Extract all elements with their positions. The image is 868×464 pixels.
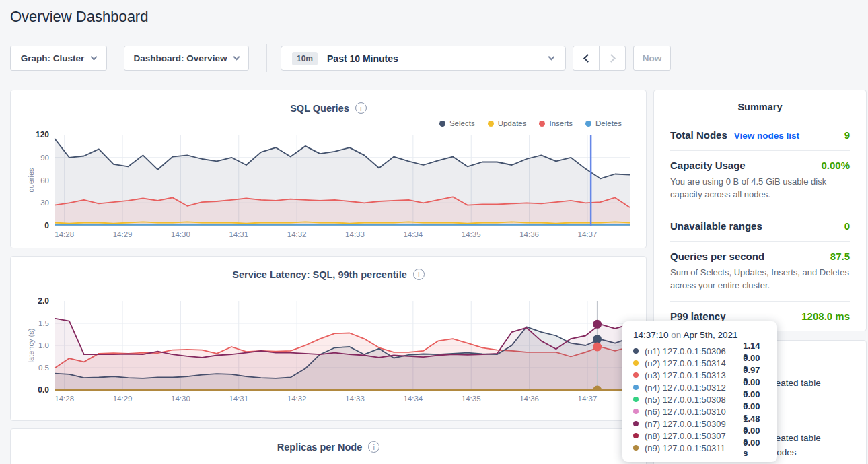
qps-desc: Sum of Selects, Updates, Inserts, and De… xyxy=(670,267,850,292)
view-nodes-list-link[interactable]: View nodes list xyxy=(734,131,799,141)
service-latency-chart[interactable]: 14:2814:2914:3014:3114:3214:3314:3414:35… xyxy=(27,292,639,409)
svg-text:14:28: 14:28 xyxy=(55,395,74,403)
service-latency-title: Service Latency: SQL, 99th percentile i xyxy=(11,257,646,280)
svg-text:14:35: 14:35 xyxy=(462,395,481,403)
now-button[interactable]: Now xyxy=(633,46,671,71)
dashboard-label: Dashboard: Overview xyxy=(134,53,227,63)
svg-text:14:32: 14:32 xyxy=(287,230,307,238)
graph-scope-dropdown[interactable]: Graph: Cluster xyxy=(10,46,107,71)
svg-text:latency (s): latency (s) xyxy=(27,329,35,363)
node-color-dot xyxy=(633,409,639,414)
node-color-dot xyxy=(633,372,639,378)
sql-queries-chart[interactable]: 14:2814:2914:3014:3114:3214:3314:3414:35… xyxy=(27,125,639,245)
svg-text:14:29: 14:29 xyxy=(113,395,133,403)
svg-text:90: 90 xyxy=(40,154,49,162)
node-color-dot xyxy=(633,397,639,402)
node-color-dot xyxy=(633,445,639,451)
capacity-usage-label: Capacity Usage xyxy=(670,160,746,171)
page-title: Overview Dashboard xyxy=(10,8,148,26)
info-icon[interactable]: i xyxy=(413,269,425,280)
summary-row-total-nodes: Total Nodes View nodes list 9 xyxy=(670,121,850,150)
svg-text:14:37: 14:37 xyxy=(578,395,598,403)
svg-text:queries: queries xyxy=(27,168,35,193)
controls-divider xyxy=(266,44,267,72)
dashboard-dropdown[interactable]: Dashboard: Overview xyxy=(124,46,249,71)
svg-text:14:32: 14:32 xyxy=(287,395,307,403)
node-color-dot xyxy=(633,360,639,366)
time-range-badge: 10m xyxy=(292,52,318,65)
info-icon[interactable]: i xyxy=(355,102,367,114)
svg-text:14:35: 14:35 xyxy=(462,230,481,238)
p99-latency-value: 1208.0 ms xyxy=(801,310,850,322)
svg-text:14:34: 14:34 xyxy=(403,230,423,238)
svg-text:1.0: 1.0 xyxy=(38,341,49,350)
svg-text:14:31: 14:31 xyxy=(229,230,248,238)
qps-value: 87.5 xyxy=(830,251,850,262)
svg-text:30: 30 xyxy=(40,199,49,207)
capacity-usage-desc: You are using 0 B of 4.5 GiB usable disk… xyxy=(670,176,850,201)
svg-text:14:29: 14:29 xyxy=(113,230,133,238)
node-color-dot xyxy=(633,348,639,354)
svg-text:0: 0 xyxy=(44,221,49,230)
replicas-per-node-panel: Replicas per Node i xyxy=(10,428,647,464)
chevron-left-icon xyxy=(583,54,592,63)
chevron-down-icon xyxy=(91,54,98,61)
sql-queries-panel: SQL Queries i SelectsUpdatesInsertsDelet… xyxy=(10,90,647,248)
summary-panel: Summary Total Nodes View nodes list 9 Ca… xyxy=(653,90,867,331)
svg-text:0.0: 0.0 xyxy=(38,385,49,395)
svg-text:14:36: 14:36 xyxy=(519,395,539,403)
svg-text:14:34: 14:34 xyxy=(403,395,423,403)
sql-queries-title: SQL Queries i xyxy=(11,90,646,114)
svg-text:14:36: 14:36 xyxy=(519,230,539,238)
chevron-right-icon xyxy=(607,54,616,63)
svg-text:14:30: 14:30 xyxy=(171,230,190,238)
service-latency-panel: Service Latency: SQL, 99th percentile i … xyxy=(10,256,647,421)
summary-row-capacity: Capacity Usage 0.00% You are using 0 B o… xyxy=(670,150,850,211)
node-color-dot xyxy=(633,433,639,438)
svg-text:14:37: 14:37 xyxy=(578,230,598,238)
graph-scope-label: Graph: Cluster xyxy=(21,53,85,63)
capacity-usage-value: 0.00% xyxy=(821,160,850,171)
info-icon[interactable]: i xyxy=(368,441,379,453)
node-color-dot xyxy=(633,421,639,426)
svg-text:14:33: 14:33 xyxy=(345,230,365,238)
svg-text:60: 60 xyxy=(40,176,49,185)
svg-text:14:33: 14:33 xyxy=(345,395,365,403)
unavailable-ranges-value: 0 xyxy=(844,220,850,232)
time-range-dropdown[interactable]: 10m Past 10 Minutes xyxy=(281,46,566,71)
time-range-label: Past 10 Minutes xyxy=(327,53,398,64)
svg-text:14:31: 14:31 xyxy=(229,395,248,403)
time-prev-button[interactable] xyxy=(573,46,600,71)
chevron-down-icon xyxy=(548,54,555,61)
summary-row-qps: Queries per second 87.5 Sum of Selects, … xyxy=(670,241,850,302)
svg-text:14:30: 14:30 xyxy=(171,395,190,403)
svg-text:1.5: 1.5 xyxy=(38,319,49,327)
total-nodes-label: Total Nodes xyxy=(670,129,727,141)
p99-latency-label: P99 latency xyxy=(670,310,726,322)
replicas-per-node-title: Replicas per Node i xyxy=(11,429,646,453)
time-next-button[interactable] xyxy=(599,46,626,71)
chart-hover-tooltip: 14:37:10 on Apr 5th, 2021 (n1) 127.0.0.1… xyxy=(622,321,777,462)
chevron-down-icon xyxy=(233,54,240,61)
svg-text:0.5: 0.5 xyxy=(38,364,49,372)
svg-text:2.0: 2.0 xyxy=(38,296,49,306)
unavailable-ranges-label: Unavailable ranges xyxy=(670,220,762,232)
summary-title: Summary xyxy=(654,90,866,121)
tooltip-node-row: (n9) 127.0.0.1:50311 0.00 s xyxy=(622,442,777,454)
summary-row-unavailable: Unavailable ranges 0 xyxy=(670,211,850,241)
now-label: Now xyxy=(643,53,662,63)
qps-label: Queries per second xyxy=(670,251,764,262)
total-nodes-value: 9 xyxy=(844,129,850,141)
svg-text:120: 120 xyxy=(36,130,49,139)
svg-text:14:28: 14:28 xyxy=(55,230,74,238)
node-color-dot xyxy=(633,385,639,390)
